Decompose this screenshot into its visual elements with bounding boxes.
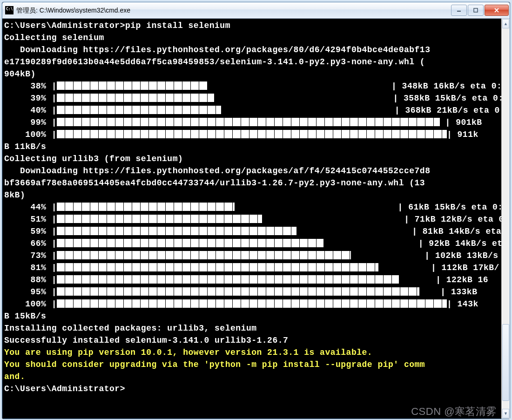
scroll-up-button[interactable]: ▲ xyxy=(502,19,509,28)
scroll-track[interactable] xyxy=(502,29,510,408)
scrollbar[interactable]: ▲ ▼ xyxy=(501,19,510,419)
window-buttons xyxy=(451,5,510,16)
scroll-down-button[interactable]: ▼ xyxy=(502,409,509,418)
window-title: 管理员: C:\Windows\system32\cmd.exe xyxy=(16,7,451,14)
terminal-output[interactable]: C:\Users\Administrator>pip install selen… xyxy=(2,19,501,419)
minimize-button[interactable] xyxy=(451,5,467,16)
close-button[interactable] xyxy=(485,5,509,16)
title-bar[interactable]: 管理员: C:\Windows\system32\cmd.exe xyxy=(2,2,510,19)
cmd-icon xyxy=(5,6,13,14)
svg-rect-1 xyxy=(474,8,478,12)
maximize-button[interactable] xyxy=(468,5,484,16)
cmd-window: 管理员: C:\Windows\system32\cmd.exe C:\User… xyxy=(2,2,510,419)
scroll-thumb[interactable] xyxy=(502,324,509,401)
